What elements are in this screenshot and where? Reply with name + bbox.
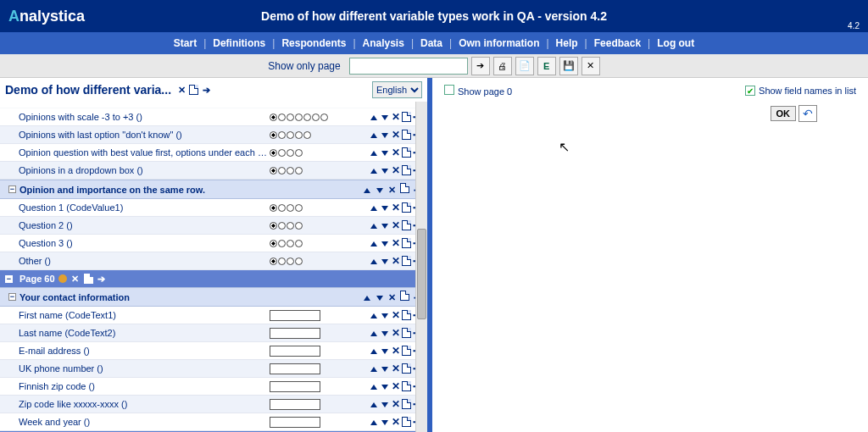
question-row[interactable]: Question 2 ()✕➔ <box>0 217 427 235</box>
question-row[interactable]: Finnish zip code ()✕➔ <box>0 378 427 396</box>
move-up-icon[interactable] <box>369 147 379 158</box>
move-down-icon[interactable] <box>380 164 390 176</box>
move-down-icon[interactable] <box>380 255 390 267</box>
delete-icon[interactable]: ✕ <box>391 147 401 158</box>
group-contact-info[interactable]: − Your contact information ✕ ➔ <box>0 287 427 307</box>
move-down-icon[interactable] <box>380 219 390 231</box>
show-field-names-checkbox[interactable]: ✔Show field names in list <box>745 86 856 97</box>
menu-analysis[interactable]: Analysis <box>359 37 408 49</box>
collapse-icon[interactable]: − <box>5 275 13 283</box>
move-up-icon[interactable] <box>369 111 379 123</box>
delete-icon[interactable]: ✕ <box>387 292 398 303</box>
menu-start[interactable]: Start <box>170 37 200 49</box>
save-button[interactable]: 💾 <box>559 57 578 75</box>
move-down-icon[interactable] <box>380 398 390 410</box>
close-icon[interactable]: ✕ <box>176 85 186 96</box>
question-row[interactable]: Question 1 (CodeValue1)✕➔ <box>0 199 427 217</box>
menu-feedback[interactable]: Feedback <box>591 37 644 49</box>
new-page-icon[interactable] <box>189 85 198 95</box>
move-up-icon[interactable] <box>369 219 379 231</box>
copy-icon[interactable] <box>400 291 409 301</box>
delete-icon[interactable]: ✕ <box>391 327 401 339</box>
move-up-icon[interactable] <box>369 363 379 374</box>
menu-definitions[interactable]: Definitions <box>209 37 269 49</box>
move-down-icon[interactable] <box>380 416 390 428</box>
question-row[interactable]: Opinion question with best value first, … <box>0 144 427 162</box>
delete-icon[interactable]: ✕ <box>391 363 401 374</box>
delete-icon[interactable]: ✕ <box>391 398 401 410</box>
copy-icon[interactable] <box>402 165 411 175</box>
delete-icon[interactable]: ✕ <box>391 237 401 249</box>
copy-icon[interactable] <box>84 274 93 284</box>
copy-icon[interactable] <box>402 399 411 409</box>
delete-icon[interactable]: ✕ <box>391 202 401 213</box>
move-up-icon[interactable] <box>369 255 379 267</box>
question-row[interactable]: Question 3 ()✕➔ <box>0 235 427 252</box>
delete-icon[interactable]: ✕ <box>391 129 401 141</box>
tools-button[interactable]: ✕ <box>581 57 600 75</box>
question-row[interactable]: Week and year ()✕➔ <box>0 413 427 431</box>
delete-icon[interactable]: ✕ <box>391 255 401 267</box>
move-down-icon[interactable] <box>380 202 390 213</box>
move-down-icon[interactable] <box>380 111 390 123</box>
menu-help[interactable]: Help <box>553 37 581 49</box>
show-only-page-input[interactable] <box>349 58 468 75</box>
menu-respondents[interactable]: Respondents <box>278 37 349 49</box>
question-row[interactable]: Zip code like xxxxx-xxxx ()✕➔ <box>0 396 427 413</box>
scrollbar-thumb[interactable] <box>417 229 426 319</box>
language-select[interactable]: English <box>372 81 422 98</box>
menu-data[interactable]: Data <box>417 37 446 49</box>
menu-own-info[interactable]: Own information <box>455 37 542 49</box>
move-up-icon[interactable] <box>369 398 379 410</box>
copy-icon[interactable] <box>402 220 411 230</box>
question-row[interactable]: Opinions with last option "don't know" (… <box>0 126 427 144</box>
export-button[interactable]: 📄 <box>515 57 534 75</box>
question-row[interactable]: UK phone number ()✕➔ <box>0 360 427 378</box>
move-up-icon[interactable] <box>369 380 379 392</box>
copy-icon[interactable] <box>402 310 411 320</box>
copy-icon[interactable] <box>402 346 411 356</box>
print-button[interactable]: 🖨 <box>493 57 512 75</box>
move-up-icon[interactable] <box>369 416 379 428</box>
move-up-icon[interactable] <box>369 237 379 249</box>
move-down-icon[interactable] <box>375 292 385 302</box>
copy-icon[interactable] <box>402 130 411 140</box>
move-up-icon[interactable] <box>369 309 379 321</box>
move-up-icon[interactable] <box>362 185 372 195</box>
move-up-icon[interactable] <box>362 292 372 302</box>
group-opinion-importance[interactable]: − Opinion and importance on the same row… <box>0 180 427 199</box>
move-up-icon[interactable] <box>369 129 379 141</box>
copy-icon[interactable] <box>402 147 411 158</box>
copy-icon[interactable] <box>400 183 409 193</box>
move-down-icon[interactable] <box>375 185 385 195</box>
copy-icon[interactable] <box>402 112 411 122</box>
undo-button[interactable]: ↶ <box>798 105 817 122</box>
delete-icon[interactable]: ✕ <box>391 219 401 231</box>
copy-icon[interactable] <box>402 256 411 266</box>
delete-icon[interactable]: ✕ <box>70 274 81 285</box>
move-up-icon[interactable] <box>369 327 379 339</box>
delete-icon[interactable]: ✕ <box>387 185 398 196</box>
question-row[interactable]: Opinions in a dropdown box ()✕➔ <box>0 162 427 180</box>
move-down-icon[interactable] <box>380 345 390 357</box>
move-down-icon[interactable] <box>380 237 390 249</box>
copy-icon[interactable] <box>402 328 411 338</box>
move-down-icon[interactable] <box>380 129 390 141</box>
copy-icon[interactable] <box>402 381 411 391</box>
question-row[interactable]: Last name (CodeText2)✕➔ <box>0 324 427 342</box>
collapse-icon[interactable]: − <box>8 293 16 301</box>
question-row[interactable]: E-mail address ()✕➔ <box>0 342 427 360</box>
copy-icon[interactable] <box>402 363 411 374</box>
page-60-row[interactable]: − Page 60 ✕ ➔ <box>0 270 427 287</box>
move-up-icon[interactable] <box>369 202 379 213</box>
open-icon[interactable]: ➔ <box>97 274 107 285</box>
go-button[interactable]: ➔ <box>471 57 490 75</box>
delete-icon[interactable]: ✕ <box>391 416 401 428</box>
move-down-icon[interactable] <box>380 327 390 339</box>
ok-button[interactable]: OK <box>771 106 797 121</box>
copy-icon[interactable] <box>402 238 411 248</box>
move-up-icon[interactable] <box>369 164 379 176</box>
show-page-checkbox[interactable]: Show page 0 <box>444 85 512 97</box>
delete-icon[interactable]: ✕ <box>391 164 401 176</box>
question-row[interactable]: Other ()✕➔ <box>0 252 427 270</box>
